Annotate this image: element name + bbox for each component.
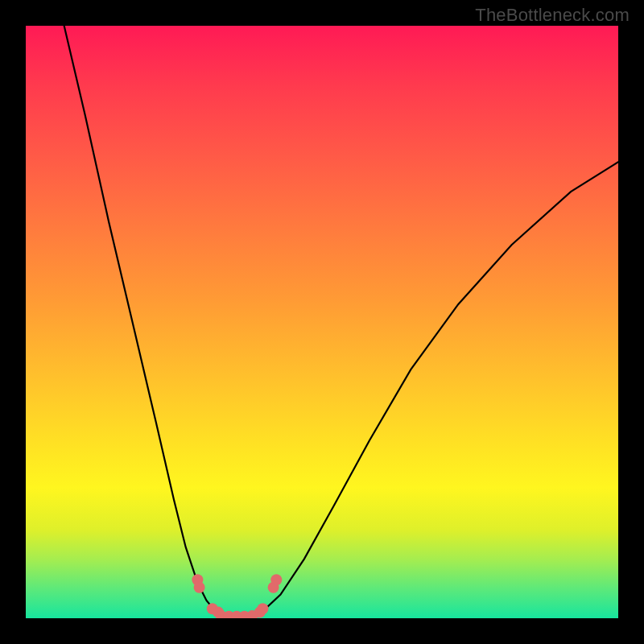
curve-right-path <box>251 162 618 616</box>
chart-frame: TheBottleneck.com <box>0 0 644 644</box>
curve-left-path <box>61 26 221 616</box>
valley-marker <box>270 574 282 585</box>
watermark-label: TheBottleneck.com <box>475 5 630 26</box>
valley-marker <box>194 582 205 593</box>
chart-svg <box>26 26 618 618</box>
valley-markers <box>192 574 282 618</box>
valley-marker <box>257 603 268 614</box>
